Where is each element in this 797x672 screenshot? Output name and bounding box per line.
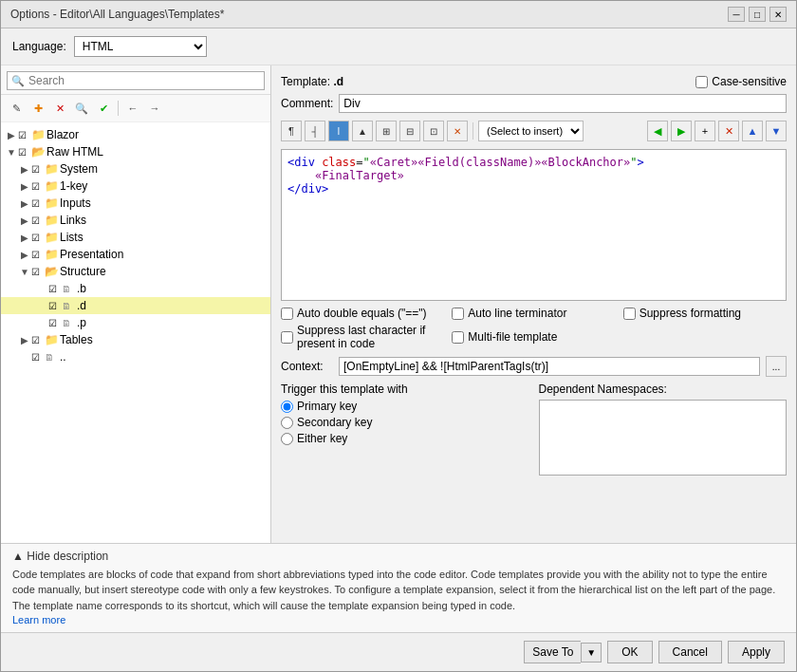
- tree-item-system[interactable]: ▶ ☑ 📁 System: [1, 160, 270, 177]
- ed-btn-block3[interactable]: ⊡: [423, 121, 444, 141]
- comment-input[interactable]: [339, 94, 787, 113]
- radio-either-key-input[interactable]: [281, 433, 293, 445]
- tree-item-lists[interactable]: ▶ ☑ 📁 Lists: [1, 229, 270, 246]
- options-grid: Auto double equals ("==") Auto line term…: [281, 307, 787, 350]
- radio-primary-key: Primary key: [281, 400, 529, 413]
- ed-btn-blue[interactable]: I: [328, 121, 349, 141]
- arrow-right-button[interactable]: →: [145, 99, 164, 118]
- check-1key: ☑: [31, 181, 45, 192]
- check-d: ☑: [48, 301, 62, 311]
- apply-button[interactable]: Apply: [728, 641, 785, 663]
- template-icon-p: 🗎: [62, 318, 77, 328]
- case-sensitive-checkbox[interactable]: [695, 76, 708, 88]
- cancel-button[interactable]: Cancel: [658, 641, 722, 663]
- delete-template-button[interactable]: ✕: [718, 121, 739, 141]
- desc-toggle[interactable]: ▲ Hide description: [12, 550, 785, 563]
- minimize-button[interactable]: ─: [728, 7, 745, 22]
- option-suppress-formatting: Suppress formatting: [623, 307, 787, 320]
- right-panel: Template: .d Case-sensitive Comment: ¶ ┤…: [271, 65, 796, 543]
- check-links: ☑: [31, 215, 45, 226]
- tree-item-p[interactable]: ▶ ☑ 🗎 .p: [1, 314, 270, 331]
- ed-btn-up[interactable]: ▲: [352, 121, 373, 141]
- checkbox-auto-line-terminator[interactable]: [452, 308, 464, 320]
- toggle-1key: ▶: [18, 181, 31, 192]
- check-presentation: ☑: [31, 250, 45, 260]
- radio-secondary-key-input[interactable]: [281, 417, 293, 429]
- tree-item-links[interactable]: ▶ ☑ 📁 Links: [1, 212, 270, 229]
- ed-btn-block2[interactable]: ⊟: [399, 121, 420, 141]
- tree-item-b[interactable]: ▶ ☑ 🗎 .b: [1, 280, 270, 297]
- move-down-button[interactable]: ▼: [766, 121, 787, 141]
- label-multi-file-template: Multi-file template: [468, 330, 557, 344]
- tree-item-structure[interactable]: ▼ ☑ 📂 Structure: [1, 263, 270, 280]
- go-prev-button[interactable]: ◀: [647, 121, 668, 141]
- window-controls: ─ □ ✕: [728, 7, 787, 22]
- ok-button[interactable]: OK: [607, 641, 652, 663]
- edit-button[interactable]: ✎: [7, 99, 26, 118]
- language-select[interactable]: HTML CSS JavaScript XML: [74, 36, 207, 57]
- tree-item-dotdot[interactable]: ▶ ☑ 🗎 ..: [1, 348, 270, 365]
- tree-item-blazor[interactable]: ▶ ☑ 📁 Blazor: [1, 126, 270, 143]
- toggle-structure: ▼: [18, 267, 31, 277]
- save-to-button[interactable]: Save To: [524, 641, 581, 663]
- bottom-bar: Save To ▼ OK Cancel Apply: [1, 632, 796, 671]
- window-title: Options - Editor\All Languages\Templates…: [10, 8, 224, 21]
- move-up-button[interactable]: ▲: [742, 121, 763, 141]
- ed-btn-paragraph[interactable]: ¶: [281, 121, 302, 141]
- folder-icon-inputs: 📁: [45, 196, 60, 210]
- remove-button[interactable]: ✕: [50, 99, 69, 118]
- language-label: Language:: [12, 40, 66, 53]
- template-title: Template: .d: [281, 75, 343, 88]
- radio-secondary-key: Secondary key: [281, 416, 529, 429]
- label-presentation: Presentation: [60, 248, 123, 261]
- tree-item-tables[interactable]: ▶ ☑ 📁 Tables: [1, 331, 270, 348]
- add-template-button[interactable]: +: [695, 121, 715, 141]
- tree-item-d[interactable]: ▶ ☑ 🗎 .d: [1, 297, 270, 314]
- close-button[interactable]: ✕: [769, 7, 787, 22]
- checkbox-auto-double-equals[interactable]: [281, 308, 293, 320]
- toggle-blazor: ▶: [5, 130, 18, 140]
- search-input[interactable]: [28, 74, 260, 87]
- label-d: .d: [77, 299, 86, 312]
- check-system: ☑: [31, 164, 45, 175]
- context-browse-button[interactable]: ...: [766, 356, 787, 377]
- folder-icon-rawhtml: 📂: [31, 145, 46, 159]
- editor-toolbar: ¶ ┤ I ▲ ⊞ ⊟ ⊡ ✕ (Select to insert) $Care…: [281, 119, 787, 143]
- folder-icon-links: 📁: [45, 214, 60, 227]
- learn-more-link[interactable]: Learn more: [12, 614, 65, 625]
- apply-button[interactable]: ✔: [94, 99, 113, 118]
- trigger-section: Trigger this template with Primary key S…: [281, 383, 529, 476]
- code-editor[interactable]: <div class="«Caret»«Field(className)»«Bl…: [281, 149, 787, 301]
- label-system: System: [60, 162, 98, 176]
- arrow-left-button[interactable]: ←: [123, 99, 142, 118]
- folder-icon-structure: 📂: [45, 265, 60, 278]
- insert-select[interactable]: (Select to insert) $Caret$ $Field(name)$…: [478, 121, 584, 141]
- go-next-button[interactable]: ▶: [671, 121, 692, 141]
- tree-item-rawhtml[interactable]: ▼ ☑ 📂 Raw HTML: [1, 143, 270, 160]
- check-structure: ☑: [31, 267, 45, 277]
- maximize-button[interactable]: □: [749, 7, 766, 22]
- tree-item-inputs[interactable]: ▶ ☑ 📁 Inputs: [1, 195, 270, 212]
- ed-btn-remove[interactable]: ✕: [447, 121, 468, 141]
- context-input[interactable]: [339, 357, 760, 376]
- tree-item-1key[interactable]: ▶ ☑ 📁 1-key: [1, 177, 270, 195]
- ed-btn-block1[interactable]: ⊞: [376, 121, 397, 141]
- checkbox-suppress-formatting[interactable]: [623, 308, 636, 320]
- template-icon-d: 🗎: [62, 301, 77, 311]
- checkbox-multi-file-template[interactable]: [452, 331, 464, 344]
- deps-label: Dependent Namespaces:: [539, 383, 788, 396]
- case-sensitive-label: Case-sensitive: [712, 75, 787, 88]
- folder-icon-1key: 📁: [45, 179, 60, 193]
- ed-btn-indent[interactable]: ┤: [305, 121, 325, 141]
- toggle-inputs: ▶: [18, 198, 31, 209]
- context-row: Context: ...: [281, 356, 787, 377]
- search-input-wrap[interactable]: 🔍: [7, 71, 265, 90]
- checkbox-suppress-last-char[interactable]: [281, 331, 293, 344]
- check-lists: ☑: [31, 233, 45, 243]
- radio-primary-key-input[interactable]: [281, 401, 293, 413]
- find-button[interactable]: 🔍: [72, 99, 91, 118]
- save-to-arrow[interactable]: ▼: [581, 643, 602, 663]
- tree-item-presentation[interactable]: ▶ ☑ 📁 Presentation: [1, 246, 270, 263]
- add-button[interactable]: ✚: [28, 99, 47, 118]
- deps-box[interactable]: [539, 400, 788, 476]
